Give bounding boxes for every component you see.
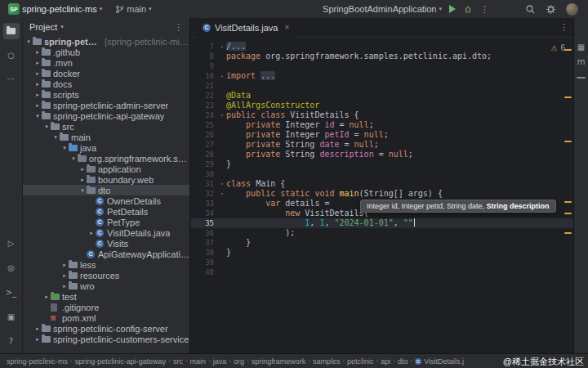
chevron-right-icon[interactable]: ▸	[33, 89, 42, 100]
tree-item[interactable]: pom.xml	[23, 312, 189, 323]
chevron-down-icon[interactable]: ▾	[69, 153, 78, 164]
chevron-down-icon[interactable]: ▾	[60, 142, 69, 153]
terminal-icon[interactable]: >_	[3, 284, 20, 300]
tree-item[interactable]: ▾spring-petclinic-ms[spring-petclinic-mi…	[23, 36, 189, 47]
chevron-right-icon[interactable]: ▸	[60, 270, 69, 280]
notifications-icon[interactable]: ▦	[574, 43, 588, 52]
breadcrumb-item[interactable]: petclinic	[347, 357, 374, 366]
chevron-right-icon[interactable]: ▸	[33, 323, 42, 334]
breadcrumb-item[interactable]: main	[190, 357, 207, 366]
project-widget[interactable]: SP spring-petclinic-ms ▾	[8, 3, 102, 15]
fold-marker-icon[interactable]: ▸	[218, 71, 226, 81]
code-line[interactable]: 39	[191, 258, 573, 267]
tree-item[interactable]: OwnerDetails	[23, 195, 189, 206]
breadcrumb-item[interactable]: spring-petclinic-ms	[7, 357, 68, 366]
vcs-branch-widget[interactable]: main ▾	[115, 4, 151, 14]
tree-item[interactable]: ▸docs	[23, 79, 189, 89]
code-line[interactable]: 38}	[191, 248, 573, 258]
breadcrumb-item[interactable]: org	[234, 357, 244, 366]
breadcrumb-item[interactable]: java	[213, 357, 227, 366]
structure-icon[interactable]: ▣	[3, 308, 20, 325]
code-line[interactable]: 22@Data	[191, 91, 573, 101]
inspections-widget[interactable]: ⚠ 6	[550, 43, 565, 52]
code-line[interactable]: 35 1, 1, "2024-01-01", ""	[191, 218, 573, 228]
code-line[interactable]: 28 private String description = null;	[191, 150, 573, 159]
code-line[interactable]: 26 private Integer petId = null;	[191, 130, 573, 140]
search-icon[interactable]	[525, 4, 536, 15]
breadcrumb-item[interactable]: spring-petclinic-api-gateway	[75, 357, 167, 366]
chevron-right-icon[interactable]: ▸	[87, 227, 96, 238]
code-line[interactable]: 24▾public class VisitDetails {	[191, 110, 573, 120]
more-actions-button[interactable]: ⋮	[480, 4, 489, 15]
code-line[interactable]: 7▸/...	[191, 42, 573, 52]
chevron-down-icon[interactable]: ▾	[33, 110, 42, 121]
chevron-right-icon[interactable]: ▸	[33, 100, 42, 110]
chevron-down-icon[interactable]: ▾	[42, 121, 51, 132]
chevron-right-icon[interactable]: ▸	[42, 291, 51, 302]
tree-item[interactable]: ▸VisitDetails.java	[23, 227, 189, 238]
user-avatar[interactable]	[566, 3, 578, 16]
breadcrumb-item[interactable]: src	[173, 357, 183, 366]
chevron-right-icon[interactable]: ▸	[33, 334, 42, 344]
tree-item[interactable]: ▸boundary.web	[23, 174, 189, 185]
close-icon[interactable]: ×	[284, 23, 289, 32]
chevron-right-icon[interactable]: ▸	[33, 79, 42, 89]
breadcrumb-item[interactable]: dto	[398, 357, 408, 366]
tab-options-icon[interactable]: ⋮	[559, 22, 568, 33]
tree-item[interactable]: ▸spring-petclinic-config-server	[23, 323, 189, 334]
fold-marker-icon[interactable]: ▾	[218, 110, 226, 120]
editor-pane[interactable]: VisitDetails.java × ⋮ 7▸/...8package org…	[191, 18, 573, 353]
code-line[interactable]: 9	[191, 61, 573, 71]
run-configuration-selector[interactable]: SpringBootAdminApplication ▾	[323, 4, 442, 14]
tree-item[interactable]: ▾java	[23, 142, 189, 153]
project-panel-title[interactable]: Project	[29, 22, 57, 32]
chevron-down-icon[interactable]: ▾	[24, 36, 33, 47]
chevron-down-icon[interactable]: ▾	[51, 132, 60, 142]
run-button[interactable]	[449, 5, 456, 13]
code-line[interactable]: 40	[191, 267, 573, 277]
chevron-right-icon[interactable]: ▸	[78, 164, 87, 174]
tree-item[interactable]: ▾spring-petclinic-api-gateway	[23, 110, 189, 121]
tree-item[interactable]: ▸.mvn	[23, 57, 189, 68]
chevron-down-icon[interactable]: ▾	[78, 185, 87, 195]
fold-marker-icon[interactable]: ▾	[218, 189, 226, 199]
code-line[interactable]: 37 }	[191, 238, 573, 248]
code-line[interactable]: 36 );	[191, 228, 573, 238]
editor-tab[interactable]: VisitDetails.java ×	[196, 18, 296, 38]
tree-item[interactable]: ▸wro	[23, 280, 189, 291]
tree-item[interactable]: ▸spring-petclinic-admin-server	[23, 100, 189, 110]
chevron-right-icon[interactable]: ▸	[33, 57, 42, 68]
code-line[interactable]: 29}	[191, 159, 573, 169]
settings-gear-icon[interactable]	[546, 4, 556, 15]
debug-button[interactable]	[463, 4, 473, 14]
tree-item[interactable]: ▾main	[23, 132, 189, 142]
tree-item[interactable]: PetDetails	[23, 206, 189, 217]
tree-item[interactable]: ▸spring-petclinic-customers-service	[23, 334, 189, 344]
tree-item[interactable]: ▸docker	[23, 68, 189, 79]
code-line[interactable]: 32▾ public static void main(String[] arg…	[191, 189, 573, 199]
services-icon[interactable]: ◎	[3, 259, 20, 276]
chevron-right-icon[interactable]: ▸	[60, 280, 69, 291]
chevron-right-icon[interactable]: ▸	[60, 259, 69, 270]
more-tools-icon[interactable]: ⋯	[3, 70, 20, 87]
tree-item[interactable]: ▸scripts	[23, 89, 189, 100]
code-line[interactable]: 30	[191, 169, 573, 179]
tree-item[interactable]: ▸less	[23, 259, 189, 270]
code-line[interactable]: 27 private String date = null;	[191, 140, 573, 150]
chevron-right-icon[interactable]: ▸	[33, 68, 42, 79]
fold-marker-icon[interactable]: ▸	[218, 42, 226, 52]
commit-icon[interactable]: ○	[3, 47, 20, 63]
breadcrumb-item[interactable]: samples	[313, 357, 341, 366]
chevron-right-icon[interactable]: ▸	[78, 174, 87, 185]
maven-icon[interactable]: m	[574, 57, 588, 66]
fold-marker-icon[interactable]: ▾	[218, 179, 226, 189]
tree-item[interactable]: .gitignore	[23, 302, 189, 312]
panel-options-icon[interactable]: ⋮	[174, 22, 183, 33]
help-icon[interactable]: ?	[3, 333, 20, 349]
code-line[interactable]: 23@AllArgsConstructor	[191, 101, 573, 110]
tree-item[interactable]: ApiGatewayApplication	[23, 249, 189, 259]
breadcrumb-item[interactable]: VisitDetails.java	[415, 357, 464, 366]
code-line[interactable]: 31▾class Main {	[191, 179, 573, 189]
tree-item[interactable]: ▸.github	[23, 47, 189, 57]
code-line[interactable]: 25 private Integer id = null;	[191, 120, 573, 130]
